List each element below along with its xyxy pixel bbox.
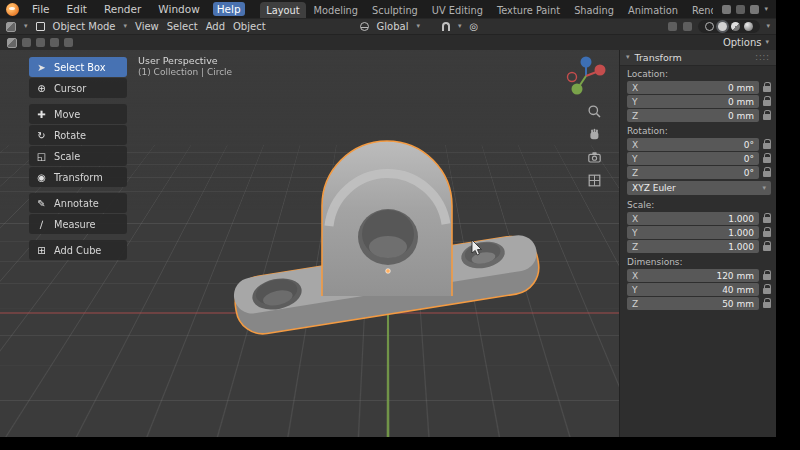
tool-move[interactable]: ✚ Move [29,104,127,124]
menu-file[interactable]: File [28,2,54,16]
lock-icon[interactable] [762,270,771,281]
rotation-z-row: Z 0° [627,166,771,179]
menu-render[interactable]: Render [100,2,145,16]
lock-icon[interactable] [762,153,771,164]
zoom-icon[interactable] [587,104,602,119]
snap-magnet-icon[interactable] [442,22,450,31]
proportional-editing-icon[interactable]: ◎ [470,21,479,32]
transform-orientation-dropdown[interactable]: Global [377,21,409,32]
chevron-down-icon: ▾ [24,23,28,30]
overlays-icon[interactable] [668,22,677,31]
tool-icon-3[interactable] [50,38,59,47]
workspace-tabs: Layout Modeling Sculpting UV Editing Tex… [260,0,714,18]
rotation-x-row: X 0° [627,138,771,151]
menu-edit[interactable]: Edit [63,2,91,16]
gizmo-z-axis[interactable] [581,57,592,68]
dimensions-x-field[interactable]: X 120 mm [627,269,759,282]
tool-measure[interactable]: ∕ Measure [29,214,127,234]
measure-icon: ∕ [35,219,48,230]
options-button[interactable]: Options [723,37,762,48]
blender-logo-icon[interactable] [6,3,19,16]
orthographic-grid-icon[interactable] [587,173,602,188]
tool-label: Annotate [54,198,99,209]
menu-window[interactable]: Window [154,2,203,16]
lock-icon[interactable] [762,96,771,107]
camera-view-icon[interactable] [587,150,602,165]
navigation-gizmo[interactable] [564,54,608,98]
axis-label: X [632,83,638,93]
rotation-z-field[interactable]: Z 0° [627,166,759,179]
rotation-mode-dropdown[interactable]: XYZ Euler ▾ [627,181,771,195]
chevron-down-icon[interactable]: ▾ [764,6,768,13]
tool-icon-2[interactable] [36,38,45,47]
rotation-x-field[interactable]: X 0° [627,138,759,151]
lock-icon[interactable] [762,139,771,150]
scale-z-field[interactable]: Z 1.000 [627,240,759,253]
location-y-field[interactable]: Y 0 mm [627,95,759,108]
tab-texture-paint[interactable]: Texture Paint [490,2,566,18]
tab-modeling[interactable]: Modeling [307,2,365,18]
tab-layout[interactable]: Layout [260,2,306,18]
tab-sculpting[interactable]: Sculpting [366,2,425,18]
gizmo-x-axis[interactable] [595,65,606,76]
scale-y-field[interactable]: Y 1.000 [627,226,759,239]
transform-panel-header[interactable]: ▾ Transform :::: [620,50,776,66]
location-z-field[interactable]: Z 0 mm [627,109,759,122]
lock-icon[interactable] [762,82,771,93]
filter-icon[interactable] [750,5,759,14]
scene-icon[interactable] [722,5,731,14]
lock-icon[interactable] [762,213,771,224]
shading-rendered-icon[interactable] [744,22,753,31]
chevron-down-icon[interactable]: ▾ [458,23,462,30]
pan-hand-icon[interactable] [587,127,602,142]
blender-window: File Edit Render Window Help Layout Mode… [0,0,776,437]
tool-icon-1[interactable] [22,38,31,47]
panel-drag-handle[interactable]: :::: [755,53,770,62]
lock-icon[interactable] [762,167,771,178]
tab-uv-editing[interactable]: UV Editing [425,2,489,18]
editor-type-icon[interactable] [6,22,16,32]
view-layer-icon[interactable] [736,5,745,14]
menu-object[interactable]: Object [233,21,266,32]
tool-annotate[interactable]: ✎ Annotate [29,193,127,213]
tab-shading[interactable]: Shading [568,2,621,18]
shading-material-icon[interactable] [731,22,740,31]
lock-icon[interactable] [762,284,771,295]
viewport-3d[interactable]: User Perspective (1) Collection | Circle… [0,50,776,437]
shading-wireframe-icon[interactable] [705,22,714,31]
tool-icon-4[interactable] [64,38,73,47]
xray-icon[interactable] [683,22,692,31]
tab-animation[interactable]: Animation [621,2,684,18]
lock-icon[interactable] [762,110,771,121]
tool-label: Add Cube [54,245,101,256]
scale-y-row: Y 1.000 [627,226,771,239]
lock-icon[interactable] [762,298,771,309]
menu-help[interactable]: Help [213,2,245,16]
dimensions-y-field[interactable]: Y 40 mm [627,283,759,296]
shading-solid-icon[interactable] [718,22,727,31]
gizmo-y-axis[interactable] [572,84,583,95]
tool-transform[interactable]: ◉ Transform [29,167,127,187]
tool-settings-editor-icon[interactable] [7,38,17,48]
lock-icon[interactable] [762,241,771,252]
menu-add[interactable]: Add [206,21,225,32]
tab-rendering[interactable]: Rendering [685,2,713,18]
annotate-icon: ✎ [35,198,48,209]
scale-x-field[interactable]: X 1.000 [627,212,759,225]
tool-label: Scale [54,151,80,162]
tool-add-cube[interactable]: ⊞ Add Cube [29,240,127,260]
menu-select[interactable]: Select [167,21,198,32]
rotation-y-field[interactable]: Y 0° [627,152,759,165]
dimensions-z-field[interactable]: Z 50 mm [627,297,759,310]
menu-view[interactable]: View [135,21,159,32]
lock-icon[interactable] [762,227,771,238]
tool-cursor[interactable]: ⊕ Cursor [29,78,127,98]
tool-scale[interactable]: ◱ Scale [29,146,127,166]
tool-rotate[interactable]: ↻ Rotate [29,125,127,145]
gizmo-x-neg-axis[interactable] [568,73,577,82]
chevron-down-icon[interactable]: ▾ [766,23,770,30]
location-x-field[interactable]: X 0 mm [627,81,759,94]
mode-selector[interactable]: Object Mode [53,21,116,32]
tool-select-box[interactable]: ➤ Select Box [29,57,127,77]
location-label: Location: [620,66,776,80]
